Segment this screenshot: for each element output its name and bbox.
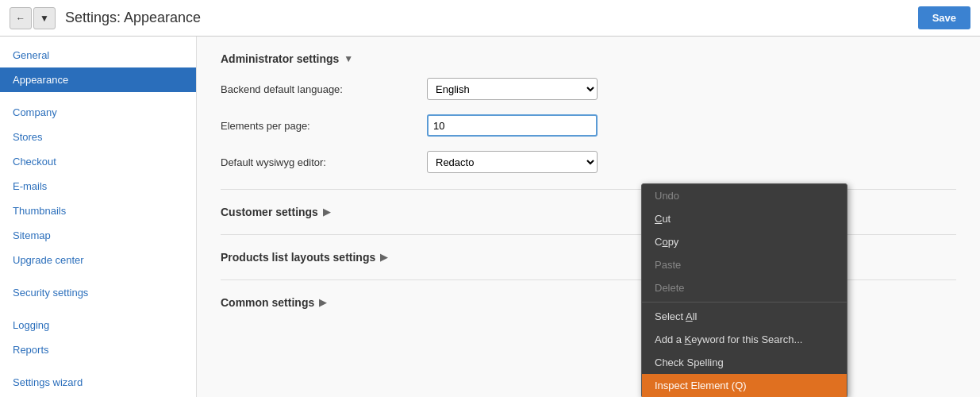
admin-section-arrow: ▼ — [344, 53, 353, 64]
customer-section-arrow: ▶ — [323, 206, 330, 218]
context-menu-paste[interactable]: Paste — [642, 253, 847, 276]
sidebar-item-general[interactable]: General — [0, 43, 196, 67]
wysiwyg-editor-row: Default wysiwyg editor: Redacto — [221, 151, 956, 173]
common-section-arrow: ▶ — [319, 297, 326, 308]
main-content: Administrator settings ▼ Backend default… — [197, 37, 980, 397]
sidebar-item-checkout[interactable]: Checkout — [0, 149, 196, 174]
delete-label: Delete — [655, 282, 685, 294]
wysiwyg-editor-select[interactable]: Redacto — [427, 151, 598, 173]
context-menu-inspect[interactable]: Inspect Element (Q) — [642, 374, 847, 397]
admin-section-header[interactable]: Administrator settings ▼ — [221, 52, 956, 65]
add-keyword-label: Add a Keyword for this Search... — [655, 333, 802, 345]
sidebar-item-settings-wizard[interactable]: Settings wizard — [0, 370, 196, 395]
elements-per-page-label: Elements per page: — [221, 120, 427, 132]
context-menu-cut[interactable]: Cut — [642, 207, 847, 230]
sidebar: General Appearance Company Stores Checko… — [0, 37, 197, 397]
sidebar-item-stores[interactable]: Stores — [0, 125, 196, 149]
select-all-label: Select All — [655, 310, 697, 322]
sidebar-item-upgrade-center[interactable]: Upgrade center — [0, 248, 196, 272]
backend-language-row: Backend default language: English French… — [221, 78, 956, 100]
save-button[interactable]: Save — [918, 6, 970, 29]
undo-label: Undo — [655, 190, 679, 202]
layout: General Appearance Company Stores Checko… — [0, 37, 980, 397]
paste-label: Paste — [655, 259, 681, 271]
context-menu-delete[interactable]: Delete — [642, 276, 847, 299]
inspect-label: Inspect Element (Q) — [655, 380, 747, 391]
wysiwyg-editor-label: Default wysiwyg editor: — [221, 156, 427, 168]
sidebar-item-logging[interactable]: Logging — [0, 313, 196, 337]
sidebar-item-reports[interactable]: Reports — [0, 337, 196, 362]
common-section-label: Common settings — [221, 296, 314, 309]
check-spelling-label: Check Spelling — [655, 357, 724, 368]
top-bar: ← ▼ Settings: Appearance Save — [0, 0, 980, 37]
customer-section-label: Customer settings — [221, 206, 318, 218]
dropdown-button[interactable]: ▼ — [33, 7, 56, 29]
context-menu-undo[interactable]: Undo — [642, 184, 847, 207]
elements-per-page-input[interactable] — [427, 114, 598, 137]
context-menu-select-all[interactable]: Select All — [642, 305, 847, 328]
backend-language-control: English French Spanish German — [427, 78, 601, 100]
copy-label: Copy — [655, 236, 678, 248]
products-section-label: Products list layouts settings — [221, 251, 375, 264]
sidebar-item-appearance[interactable]: Appearance — [0, 67, 196, 92]
context-menu-separator-1 — [642, 302, 847, 303]
elements-per-page-control — [427, 114, 601, 137]
nav-buttons: ← ▼ — [10, 7, 56, 29]
sidebar-item-sitemap[interactable]: Sitemap — [0, 223, 196, 248]
sidebar-item-emails[interactable]: E-mails — [0, 174, 196, 198]
page-title: Settings: Appearance — [65, 10, 918, 26]
back-button[interactable]: ← — [10, 7, 32, 29]
products-section-arrow: ▶ — [380, 252, 387, 263]
sidebar-item-thumbnails[interactable]: Thumbnails — [0, 198, 196, 223]
admin-section-label: Administrator settings — [221, 52, 339, 65]
context-menu-check-spelling[interactable]: Check Spelling — [642, 351, 847, 374]
backend-language-label: Backend default language: — [221, 83, 427, 95]
cut-label: Cut — [655, 213, 671, 225]
elements-per-page-row: Elements per page: — [221, 114, 956, 137]
sidebar-item-security-settings[interactable]: Security settings — [0, 280, 196, 305]
context-menu-add-keyword[interactable]: Add a Keyword for this Search... — [642, 328, 847, 351]
backend-language-select[interactable]: English French Spanish German — [427, 78, 598, 100]
context-menu-copy[interactable]: Copy — [642, 230, 847, 253]
wysiwyg-editor-control: Redacto — [427, 151, 601, 173]
sidebar-item-company[interactable]: Company — [0, 100, 196, 125]
context-menu: Undo Cut Copy Paste Delete Select All Ad… — [641, 183, 847, 397]
